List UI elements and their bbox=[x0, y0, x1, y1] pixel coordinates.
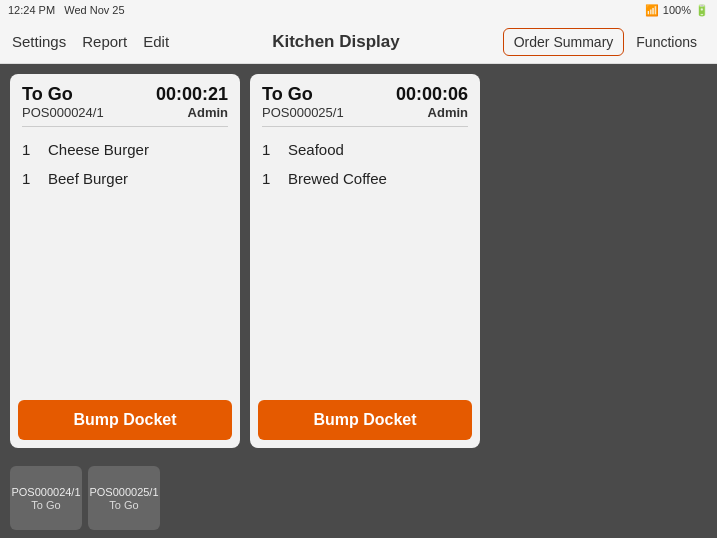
thumbnail-1[interactable]: POS000024/1 To Go bbox=[10, 466, 82, 530]
bottom-thumbnail-bar: POS000024/1 To Go POS000025/1 To Go bbox=[0, 458, 717, 538]
settings-button[interactable]: Settings bbox=[12, 33, 66, 50]
order-summary-button[interactable]: Order Summary bbox=[503, 28, 625, 56]
card-pos: POS000024/1 bbox=[22, 105, 104, 120]
card-item: 1 Brewed Coffee bbox=[262, 164, 468, 193]
bump-docket-button-2[interactable]: Bump Docket bbox=[258, 400, 472, 440]
card-title: To Go bbox=[22, 84, 104, 105]
card-right: 00:00:21 Admin bbox=[156, 84, 228, 120]
functions-button[interactable]: Functions bbox=[628, 29, 705, 55]
card-title: To Go bbox=[262, 84, 344, 105]
nav-title: Kitchen Display bbox=[169, 32, 503, 52]
item-name: Beef Burger bbox=[48, 170, 128, 187]
card-item: 1 Cheese Burger bbox=[22, 135, 228, 164]
thumb-type: To Go bbox=[31, 499, 60, 511]
card-item: 1 Beef Burger bbox=[22, 164, 228, 193]
item-qty: 1 bbox=[22, 141, 36, 158]
battery-text: 100% bbox=[663, 4, 691, 16]
status-time: 12:24 PM bbox=[8, 4, 55, 16]
item-name: Seafood bbox=[288, 141, 344, 158]
status-right: 📶 100% 🔋 bbox=[645, 4, 709, 17]
nav-right: Order Summary Functions bbox=[503, 28, 705, 56]
status-time-date: 12:24 PM Wed Nov 25 bbox=[8, 4, 125, 16]
card-item: 1 Seafood bbox=[262, 135, 468, 164]
card-timer: 00:00:06 bbox=[396, 84, 468, 105]
card-header: To Go POS000024/1 00:00:21 Admin bbox=[10, 74, 240, 126]
wifi-icon: 📶 bbox=[645, 4, 659, 17]
card-title-group: To Go POS000025/1 bbox=[262, 84, 344, 120]
status-bar: 12:24 PM Wed Nov 25 📶 100% 🔋 bbox=[0, 0, 717, 20]
status-date: Wed Nov 25 bbox=[64, 4, 124, 16]
thumb-pos: POS000025/1 bbox=[89, 485, 158, 499]
order-card-2: To Go POS000025/1 00:00:06 Admin 1 Seafo… bbox=[250, 74, 480, 448]
card-items: 1 Cheese Burger 1 Beef Burger bbox=[10, 127, 240, 392]
card-items: 1 Seafood 1 Brewed Coffee bbox=[250, 127, 480, 392]
battery-icon: 🔋 bbox=[695, 4, 709, 17]
item-name: Brewed Coffee bbox=[288, 170, 387, 187]
item-qty: 1 bbox=[262, 141, 276, 158]
main-content: To Go POS000024/1 00:00:21 Admin 1 Chees… bbox=[0, 64, 717, 458]
edit-button[interactable]: Edit bbox=[143, 33, 169, 50]
report-button[interactable]: Report bbox=[82, 33, 127, 50]
item-qty: 1 bbox=[262, 170, 276, 187]
card-timer: 00:00:21 bbox=[156, 84, 228, 105]
thumb-type: To Go bbox=[109, 499, 138, 511]
card-admin: Admin bbox=[188, 105, 228, 120]
nav-left: Settings Report Edit bbox=[12, 33, 169, 50]
item-qty: 1 bbox=[22, 170, 36, 187]
card-title-group: To Go POS000024/1 bbox=[22, 84, 104, 120]
bump-docket-button-1[interactable]: Bump Docket bbox=[18, 400, 232, 440]
nav-bar: Settings Report Edit Kitchen Display Ord… bbox=[0, 20, 717, 64]
thumb-pos: POS000024/1 bbox=[11, 485, 80, 499]
card-right: 00:00:06 Admin bbox=[396, 84, 468, 120]
thumbnail-2[interactable]: POS000025/1 To Go bbox=[88, 466, 160, 530]
card-pos: POS000025/1 bbox=[262, 105, 344, 120]
card-header: To Go POS000025/1 00:00:06 Admin bbox=[250, 74, 480, 126]
card-admin: Admin bbox=[428, 105, 468, 120]
item-name: Cheese Burger bbox=[48, 141, 149, 158]
order-card-1: To Go POS000024/1 00:00:21 Admin 1 Chees… bbox=[10, 74, 240, 448]
